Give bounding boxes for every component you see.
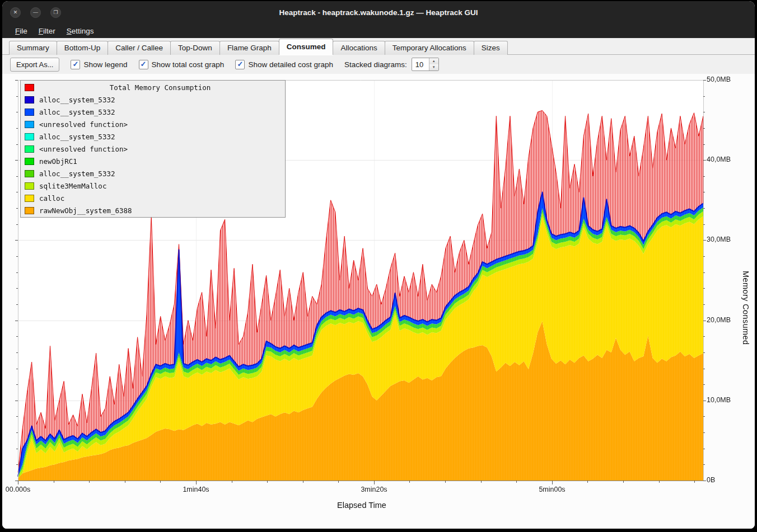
- menubar: File Filter Settings: [2, 23, 755, 38]
- stacked-diagrams-spinbox[interactable]: 10 ▲ ▼: [412, 58, 439, 71]
- legend-swatch: [25, 121, 34, 128]
- checkbox-label: Show detailed cost graph: [248, 60, 333, 69]
- toolbar: Export As... ✓ Show legend ✓ Show total …: [2, 55, 755, 74]
- menu-filter[interactable]: Filter: [34, 25, 60, 37]
- tab-top-down[interactable]: Top-Down: [170, 41, 220, 55]
- legend-swatch: [25, 109, 34, 116]
- spin-down-button[interactable]: ▼: [429, 64, 438, 70]
- window-title: Heaptrack - heaptrack.wakunode.1.gz — He…: [279, 8, 478, 17]
- legend-item: alloc__system_5332: [21, 93, 285, 106]
- x-axis-tick-1min40s: 1min40s: [179, 486, 213, 493]
- y-axis-tick-10mb: 10,0MB: [707, 396, 746, 404]
- legend-label: calloc: [39, 194, 64, 203]
- menu-file[interactable]: File: [10, 25, 32, 37]
- legend-item: alloc__system_5332: [21, 167, 285, 180]
- menu-settings-accel: S: [67, 27, 72, 35]
- tab-caller-callee[interactable]: Caller / Callee: [108, 41, 171, 55]
- legend-label: alloc__system_5332: [39, 108, 115, 116]
- x-axis-tick-3min20s: 3min20s: [357, 486, 391, 493]
- y-axis-tick-20mb: 20,0MB: [707, 316, 746, 324]
- check-icon: ✓: [71, 60, 80, 69]
- tab-flame-graph[interactable]: Flame Graph: [219, 41, 279, 55]
- close-button[interactable]: ✕: [10, 7, 21, 18]
- window-controls: ✕ — ❐: [10, 1, 61, 23]
- chart-legend: Total Memory Consumption alloc__system_5…: [20, 80, 286, 218]
- titlebar: ✕ — ❐ Heaptrack - heaptrack.wakunode.1.g…: [2, 1, 755, 23]
- checkbox-label: Show legend: [83, 60, 127, 69]
- y-axis-title: Memory Consumed: [741, 271, 750, 345]
- minimize-button[interactable]: —: [30, 7, 41, 18]
- tab-sizes[interactable]: Sizes: [474, 41, 508, 55]
- chevron-up-icon: ▲: [432, 59, 436, 63]
- menu-filter-accel: F: [39, 27, 43, 35]
- export-as-button[interactable]: Export As...: [10, 58, 59, 72]
- legend-label: <unresolved function>: [39, 145, 128, 153]
- legend-label: alloc__system_5332: [39, 96, 115, 104]
- check-icon: ✓: [235, 60, 245, 69]
- minimize-icon: —: [33, 10, 38, 15]
- legend-label: alloc__system_5332: [39, 133, 115, 141]
- legend-item: alloc__system_5332: [21, 106, 285, 118]
- tab-bottom-up[interactable]: Bottom-Up: [57, 41, 109, 55]
- y-axis-tick-30mb: 30,0MB: [707, 236, 746, 243]
- legend-swatch: [25, 182, 34, 190]
- legend-item: newObjRC1: [21, 155, 285, 167]
- legend-label: rawNewObj__system_6388: [39, 206, 132, 215]
- checkbox-label: Show total cost graph: [152, 60, 225, 69]
- x-axis-tick-5min00s: 5min00s: [535, 486, 569, 493]
- maximize-button[interactable]: ❐: [50, 7, 61, 18]
- y-axis-tick-50mb: 50,0MB: [707, 76, 746, 83]
- tab-consumed[interactable]: Consumed: [279, 39, 334, 55]
- y-axis-tick-0b: 0B: [707, 476, 746, 484]
- stacked-diagrams-group: Stacked diagrams: 10 ▲ ▼: [344, 58, 439, 71]
- heaptrack-window: ✕ — ❐ Heaptrack - heaptrack.wakunode.1.g…: [2, 1, 755, 529]
- legend-swatch: [25, 207, 34, 214]
- check-icon: ✓: [139, 60, 148, 69]
- x-axis-title: Elapsed Time: [2, 501, 721, 510]
- legend-label: sqlite3MemMalloc: [39, 182, 106, 190]
- menu-file-rest: ile: [20, 27, 27, 35]
- menu-file-accel: F: [15, 27, 20, 35]
- tabbar: Summary Bottom-Up Caller / Callee Top-Do…: [2, 38, 755, 55]
- legend-item: <unresolved function>: [21, 118, 285, 130]
- tab-allocations[interactable]: Allocations: [333, 41, 385, 55]
- legend-label: newObjRC1: [39, 157, 77, 166]
- checkbox-show-legend[interactable]: ✓ Show legend: [71, 60, 127, 69]
- checkbox-show-total-cost-graph[interactable]: ✓ Show total cost graph: [139, 60, 225, 69]
- x-axis-tick-0s: 00.000s: [2, 486, 35, 493]
- legend-title-row: Total Memory Consumption: [21, 81, 285, 93]
- legend-label: alloc__system_5332: [39, 170, 115, 178]
- legend-item: calloc: [21, 192, 285, 204]
- chart-region: Total Memory Consumption alloc__system_5…: [2, 74, 755, 529]
- menu-filter-rest: ilter: [43, 27, 55, 35]
- spinbox-buttons: ▲ ▼: [429, 58, 438, 70]
- spin-up-button[interactable]: ▲: [429, 58, 438, 64]
- legend-swatch: [25, 145, 34, 153]
- legend-swatch: [25, 133, 34, 140]
- legend-item: sqlite3MemMalloc: [21, 180, 285, 192]
- legend-swatch: [25, 84, 34, 91]
- close-icon: ✕: [13, 10, 18, 15]
- menu-settings-rest: ettings: [72, 27, 94, 35]
- y-axis-tick-40mb: 40,0MB: [707, 156, 746, 163]
- tab-temporary-allocations[interactable]: Temporary Allocations: [385, 41, 474, 55]
- legend-swatch: [25, 96, 34, 103]
- legend-swatch: [25, 158, 34, 165]
- maximize-icon: ❐: [53, 10, 58, 15]
- legend-title: Total Memory Consumption: [39, 83, 281, 92]
- menu-settings[interactable]: Settings: [62, 25, 99, 37]
- legend-item: <unresolved function>: [21, 143, 285, 155]
- spinbox-value[interactable]: 10: [412, 58, 429, 70]
- chevron-down-icon: ▼: [432, 65, 436, 69]
- stacked-diagrams-label: Stacked diagrams:: [344, 60, 407, 69]
- legend-item: rawNewObj__system_6388: [21, 204, 285, 216]
- legend-label: <unresolved function>: [39, 120, 128, 129]
- legend-swatch: [25, 170, 34, 177]
- screenshot-stage: ✕ — ❐ Heaptrack - heaptrack.wakunode.1.g…: [0, 0, 757, 532]
- legend-swatch: [25, 195, 34, 202]
- legend-item: alloc__system_5332: [21, 130, 285, 143]
- checkbox-show-detailed-cost-graph[interactable]: ✓ Show detailed cost graph: [235, 60, 333, 69]
- tab-summary[interactable]: Summary: [9, 41, 57, 55]
